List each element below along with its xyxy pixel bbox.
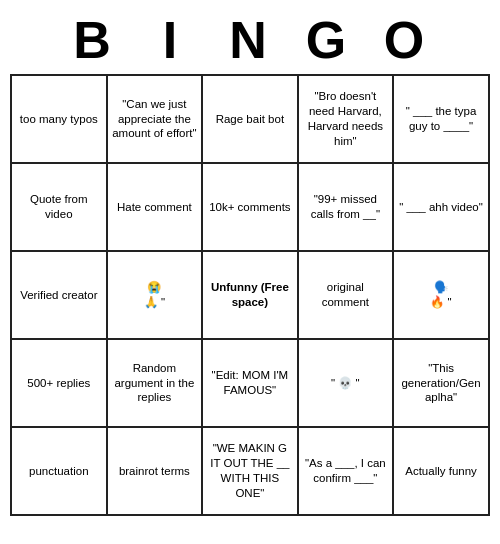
bingo-cell-1-2: 10k+ comments [202, 163, 298, 251]
bingo-cell-2-2: Unfunny (Free space) [202, 251, 298, 339]
bingo-cell-2-4: 🗣️ 🔥 " [393, 251, 489, 339]
bingo-cell-1-3: "99+ missed calls from __" [298, 163, 393, 251]
bingo-cell-2-3: original comment [298, 251, 393, 339]
bingo-title: B I N G O [64, 10, 436, 70]
bingo-cell-0-4: " ___ the typa guy to ____" [393, 75, 489, 163]
bingo-cell-4-3: "As a ___, I can confirm ___" [298, 427, 393, 515]
title-letter-o: O [376, 10, 436, 70]
bingo-cell-0-2: Rage bait bot [202, 75, 298, 163]
bingo-cell-1-4: " ___ ahh video" [393, 163, 489, 251]
bingo-cell-4-1: brainrot terms [107, 427, 203, 515]
bingo-cell-1-1: Hate comment [107, 163, 203, 251]
title-letter-n: N [220, 10, 280, 70]
bingo-cell-0-3: "Bro doesn't need Harvard, Harvard needs… [298, 75, 393, 163]
bingo-cell-3-1: Random argument in the replies [107, 339, 203, 427]
bingo-grid: too many typos"Can we just appreciate th… [10, 74, 490, 516]
bingo-cell-3-3: " 💀 " [298, 339, 393, 427]
bingo-cell-3-4: "This generation/Gen aplha" [393, 339, 489, 427]
bingo-cell-3-2: "Edit: MOM I'M FAMOUS" [202, 339, 298, 427]
bingo-cell-3-0: 500+ replies [11, 339, 107, 427]
bingo-cell-0-0: too many typos [11, 75, 107, 163]
bingo-cell-0-1: "Can we just appreciate the amount of ef… [107, 75, 203, 163]
title-letter-g: G [298, 10, 358, 70]
bingo-cell-4-0: punctuation [11, 427, 107, 515]
bingo-cell-2-0: Verified creator [11, 251, 107, 339]
bingo-cell-4-4: Actually funny [393, 427, 489, 515]
bingo-cell-1-0: Quote from video [11, 163, 107, 251]
title-letter-b: B [64, 10, 124, 70]
title-letter-i: I [142, 10, 202, 70]
bingo-cell-4-2: "WE MAKIN G IT OUT THE __ WITH THIS ONE" [202, 427, 298, 515]
bingo-cell-2-1: 😭 🙏 " [107, 251, 203, 339]
